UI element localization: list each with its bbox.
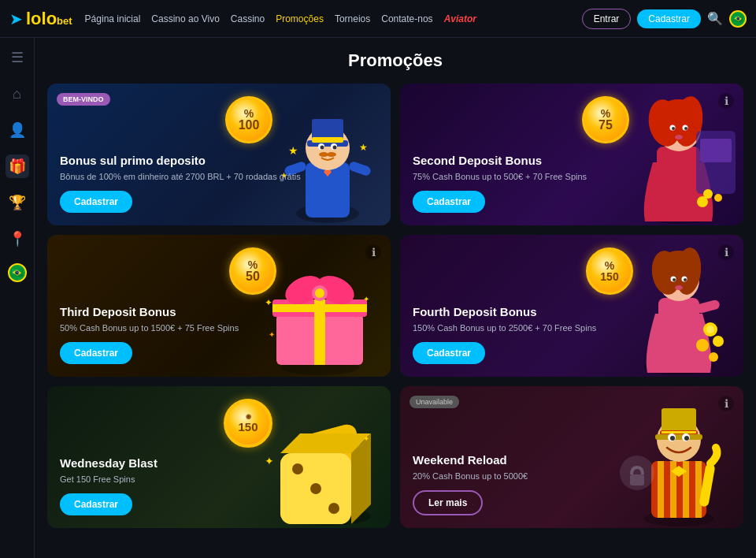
promo-card-first-deposit: Bem-vindo % 100 [47,84,391,225]
svg-point-28 [675,135,683,140]
main-content: Promoções Bem-vindo % 100 [35,38,756,558]
coin-badge-first: % 100 [225,96,272,143]
sidebar-menu-icon[interactable]: ☰ [6,46,29,69]
svg-rect-87 [655,434,702,440]
svg-point-39 [281,270,328,310]
card-content-first: Bonus sul primo deposito Bônus de 100% e… [60,154,378,213]
coin-badge-fourth: % 150 [586,247,633,295]
cadastrar-button-second[interactable]: Cadastrar [413,191,485,213]
info-icon-fourth[interactable]: ℹ [718,244,734,260]
nav-cassino-ao-vivo[interactable]: Cassino ao Vivo [151,13,220,24]
promo-card-third-deposit: ℹ % 50 [47,235,391,377]
coin-value-first: 100 [239,119,260,132]
brazil-flag-icon: 🇧🇷 [733,14,743,23]
logo[interactable]: ➤ lolobet [9,9,72,29]
cadastrar-button-third[interactable]: Cadastrar [60,342,132,364]
svg-point-24 [670,125,676,131]
svg-point-26 [672,127,675,130]
svg-point-48 [658,260,699,301]
svg-point-10 [333,146,337,150]
coin-value-third: 50 [246,270,260,283]
info-icon-weekend[interactable]: ℹ [718,396,734,411]
promo-title-third: Third Deposit Bonus [60,305,378,319]
svg-point-42 [315,288,324,298]
card-content-weekend: Weekend Reload 20% Cash Bonus up to 5000… [413,453,731,515]
entrar-button[interactable]: Entrar [582,9,632,29]
promo-card-second-deposit: ℹ % 75 [400,84,743,225]
percent-sign-first: % [244,108,254,119]
promo-card-wednesday: ◉ 150 [47,386,391,528]
nav-pagina-inicial[interactable]: Página inicial [85,13,141,24]
cadastrar-button-fourth[interactable]: Cadastrar [413,342,485,364]
coin-value-wednesday: 150 [238,420,258,433]
card-content-second: Second Deposit Bonus 75% Cash Bonus up t… [413,154,731,213]
top-nav: ➤ lolobet Página inicial Cassino ao Vivo… [0,0,756,38]
ler-mais-button-weekend[interactable]: Ler mais [413,490,483,515]
promo-desc-weekend: 20% Cash Bonus up to 5000€ [413,471,731,482]
card-content-wednesday: Wednesday Blast Get 150 Free Spins Cadas… [60,456,378,515]
sidebar-person-icon[interactable]: 👤 [6,118,29,142]
promo-desc-fourth: 150% Cash Bonus up to 2500€ + 70 Free Sp… [413,322,731,334]
nav-aviator[interactable]: Aviator [444,13,476,24]
nav-cassino[interactable]: Cassino [231,13,265,24]
promo-card-weekend: Unavailable ℹ [400,386,743,528]
svg-point-20 [657,107,701,151]
percent-sign-second: % [601,108,610,119]
cadastrar-nav-button[interactable]: Cadastrar [637,9,701,28]
svg-rect-86 [662,431,696,433]
svg-rect-85 [660,430,698,437]
svg-point-27 [684,127,687,130]
logo-arrow-icon: ➤ [9,9,23,28]
svg-point-8 [331,143,337,150]
svg-point-53 [682,277,687,282]
svg-point-68 [337,433,346,443]
logo-lolo: lolo [26,9,57,28]
cadastrar-button-first[interactable]: Cadastrar [60,191,132,213]
svg-point-22 [671,95,706,148]
cadastrar-button-wednesday[interactable]: Cadastrar [60,493,132,515]
promo-title-first: Bonus sul primo deposito [60,154,378,168]
svg-point-56 [675,285,683,290]
svg-point-91 [684,436,689,441]
promo-desc-wednesday: Get 150 Free Spins [60,474,378,485]
svg-point-50 [673,246,703,296]
svg-point-89 [682,433,690,441]
info-icon-second[interactable]: ℹ [718,93,734,109]
coin-badge-second: % 75 [582,96,629,143]
svg-point-54 [673,278,676,281]
nav-contate-nos[interactable]: Contate-nos [381,13,432,24]
sidebar-trophy-icon[interactable]: 🏆 [6,191,29,214]
card-content-third: Third Deposit Bonus 50% Cash Bonus up to… [60,305,378,364]
svg-point-52 [671,277,676,282]
nav-promocoes[interactable]: Promoções [276,13,324,24]
promo-title-second: Second Deposit Bonus [413,154,731,168]
sidebar-location-icon[interactable]: 📍 [6,227,29,251]
svg-point-25 [683,125,688,131]
sidebar-brazil-icon[interactable]: 🇧🇷 [8,263,27,282]
svg-point-40 [313,270,359,310]
percent-sign-fourth: % [605,260,614,271]
sidebar-home-icon[interactable]: ⌂ [6,82,29,106]
sidebar: ☰ ⌂ 👤 🎁 🏆 📍 🇧🇷 [0,38,35,558]
coin-value-second: 75 [598,119,613,132]
logo-text: lolobet [26,9,72,29]
promo-title-wednesday: Wednesday Blast [60,456,378,471]
svg-rect-4 [312,119,343,143]
svg-point-90 [670,436,675,441]
promo-title-fourth: Fourth Deposit Bonus [413,305,731,319]
svg-point-49 [649,249,683,296]
promo-desc-first: Bônus de 100% em dinheiro até 2700 BRL +… [60,171,378,183]
language-flag[interactable]: 🇧🇷 [729,10,747,28]
page-title: Promoções [47,50,743,71]
svg-point-55 [684,278,687,281]
svg-point-51 [660,251,698,276]
logo-bet: bet [57,15,72,27]
nav-links: Página inicial Cassino ao Vivo Cassino P… [85,13,582,24]
info-icon-third[interactable]: ℹ [365,244,381,260]
promo-title-weekend: Weekend Reload [413,453,731,467]
search-icon[interactable]: 🔍 [707,11,723,26]
sidebar-promotions-icon[interactable]: 🎁 [6,154,29,178]
nav-torneios[interactable]: Torneios [335,13,370,24]
svg-text:✦: ✦ [363,434,369,443]
coin-value-fourth: 150 [600,271,618,282]
